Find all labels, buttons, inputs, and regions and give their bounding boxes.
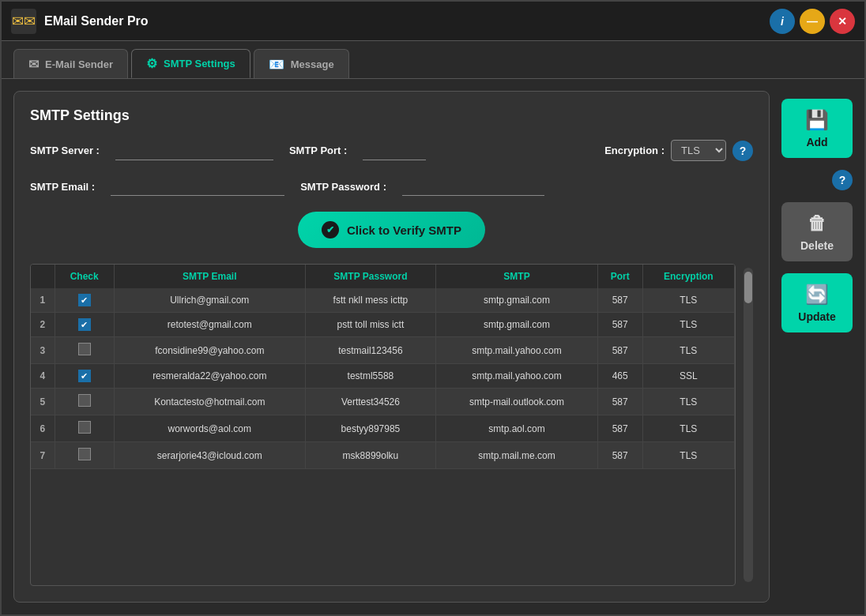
row-email: retotest@gmail.com bbox=[114, 313, 305, 337]
table-row[interactable]: 2 ✔ retotest@gmail.com pstt toll miss ic… bbox=[31, 313, 735, 337]
tab-smtp-settings[interactable]: ⚙ SMTP Settings bbox=[131, 49, 250, 78]
tab-email-sender[interactable]: ✉ E-Mail Sender bbox=[13, 49, 128, 78]
row-smtp: smtp.aol.com bbox=[436, 415, 598, 442]
row-port: 587 bbox=[597, 337, 642, 364]
row-check[interactable] bbox=[55, 415, 114, 442]
row-email: serarjorie43@icloud.com bbox=[114, 442, 305, 469]
col-check: Check bbox=[55, 265, 114, 288]
row-port: 465 bbox=[597, 364, 642, 389]
add-button[interactable]: 💾 Add bbox=[781, 99, 853, 158]
col-port: Port bbox=[597, 265, 642, 288]
tab-smtp-settings-label: SMTP Settings bbox=[164, 58, 235, 69]
encryption-help-button[interactable]: ? bbox=[732, 141, 753, 161]
row-password: fstt nkll mess icttp bbox=[305, 288, 436, 313]
col-encryption: Encryption bbox=[642, 265, 734, 288]
smtp-server-input[interactable] bbox=[115, 141, 273, 160]
update-button[interactable]: 🔄 Update bbox=[781, 273, 853, 332]
checkbox[interactable]: ✔ bbox=[78, 370, 91, 382]
checkbox[interactable]: ✔ bbox=[78, 294, 91, 306]
main-content: SMTP Settings SMTP Server : SMTP Port : … bbox=[2, 79, 864, 614]
delete-button[interactable]: 🗑 Delete bbox=[781, 202, 853, 261]
scrollbar-thumb bbox=[744, 272, 752, 303]
close-button[interactable]: ✕ bbox=[830, 9, 855, 34]
row-email: fconsidine99@yahoo.com bbox=[114, 337, 305, 364]
smtp-port-input[interactable] bbox=[363, 141, 426, 160]
verify-smtp-button[interactable]: Click to Verify SMTP bbox=[298, 212, 485, 248]
row-password: pstt toll miss ictt bbox=[305, 313, 436, 337]
smtp-table: Check SMTP Email SMTP Password SMTP Port… bbox=[31, 265, 735, 469]
col-email: SMTP Email bbox=[114, 265, 305, 288]
smtp-email-label: SMTP Email : bbox=[30, 181, 95, 193]
row-check[interactable]: ✔ bbox=[55, 288, 114, 313]
add-label: Add bbox=[806, 136, 827, 148]
panel-title: SMTP Settings bbox=[30, 107, 753, 124]
app-title: EMail Sender Pro bbox=[44, 14, 770, 28]
verify-btn-container: Click to Verify SMTP bbox=[30, 212, 753, 248]
row-password: testml5588 bbox=[305, 364, 436, 389]
info-button[interactable]: i bbox=[770, 9, 795, 34]
table-row[interactable]: 4 ✔ resmeralda22@yahoo.com testml5588 sm… bbox=[31, 364, 735, 389]
settings-panel: SMTP Settings SMTP Server : SMTP Port : … bbox=[13, 91, 770, 603]
row-check[interactable] bbox=[55, 442, 114, 469]
checkbox[interactable] bbox=[78, 421, 91, 434]
table-row[interactable]: 1 ✔ Ullrich@gmail.com fstt nkll mess ict… bbox=[31, 288, 735, 313]
row-email: Kontactesto@hotmail.com bbox=[114, 389, 305, 415]
encryption-group: Encryption : TLS SSL None ? bbox=[604, 140, 753, 161]
row-check[interactable]: ✔ bbox=[55, 313, 114, 337]
checkbox[interactable] bbox=[78, 343, 91, 355]
smtp-table-container[interactable]: Check SMTP Email SMTP Password SMTP Port… bbox=[30, 264, 736, 586]
smtp-port-label: SMTP Port : bbox=[289, 145, 347, 156]
row-smtp: smtp.mail.yahoo.com bbox=[436, 364, 598, 389]
checkbox[interactable] bbox=[78, 394, 91, 407]
delete-icon: 🗑 bbox=[808, 212, 826, 235]
table-row[interactable]: 3 fconsidine99@yahoo.com testmail123456 … bbox=[31, 337, 735, 364]
row-port: 587 bbox=[597, 442, 642, 469]
col-password: SMTP Password bbox=[305, 265, 436, 288]
row-encryption: SSL bbox=[642, 364, 734, 389]
checkbox[interactable]: ✔ bbox=[78, 318, 91, 331]
row-port: 587 bbox=[597, 415, 642, 442]
checkbox[interactable] bbox=[78, 448, 91, 460]
row-check[interactable] bbox=[55, 389, 114, 415]
row-encryption: TLS bbox=[642, 313, 734, 337]
row-encryption: TLS bbox=[642, 442, 734, 469]
email-sender-tab-icon: ✉ bbox=[28, 57, 39, 72]
encryption-select[interactable]: TLS SSL None bbox=[671, 140, 726, 161]
row-check[interactable]: ✔ bbox=[55, 364, 114, 389]
title-bar: ✉ EMail Sender Pro i — ✕ bbox=[2, 2, 864, 41]
row-num: 4 bbox=[31, 364, 55, 389]
row-email: Ullrich@gmail.com bbox=[114, 288, 305, 313]
smtp-email-input[interactable] bbox=[111, 177, 284, 196]
table-row[interactable]: 7 serarjorie43@icloud.com msk8899olku sm… bbox=[31, 442, 735, 469]
smtp-password-input[interactable] bbox=[402, 177, 544, 196]
minimize-button[interactable]: — bbox=[800, 9, 825, 34]
row-smtp: smtp.gmail.com bbox=[436, 313, 598, 337]
row-encryption: TLS bbox=[642, 337, 734, 364]
sidebar-buttons: 💾 Add ? 🗑 Delete 🔄 Update bbox=[781, 91, 853, 603]
row-password: Verttest34526 bbox=[305, 389, 436, 415]
row-port: 587 bbox=[597, 313, 642, 337]
update-label: Update bbox=[798, 310, 835, 323]
row-num: 5 bbox=[31, 389, 55, 415]
row-port: 587 bbox=[597, 288, 642, 313]
table-help-button[interactable]: ? bbox=[832, 170, 853, 190]
tab-message-label: Message bbox=[291, 58, 334, 70]
row-smtp: smtp-mail.outlook.com bbox=[436, 389, 598, 415]
row-email: resmeralda22@yahoo.com bbox=[114, 364, 305, 389]
table-row[interactable]: 6 worwords@aol.com bestyy897985 smtp.aol… bbox=[31, 415, 735, 442]
row-num: 7 bbox=[31, 442, 55, 469]
tab-message[interactable]: 📧 Message bbox=[254, 49, 349, 78]
form-row-2: SMTP Email : SMTP Password : bbox=[30, 177, 753, 196]
tab-email-sender-label: E-Mail Sender bbox=[45, 58, 113, 70]
row-password: bestyy897985 bbox=[305, 415, 436, 442]
add-icon: 💾 bbox=[805, 109, 829, 131]
row-email: worwords@aol.com bbox=[114, 415, 305, 442]
col-num bbox=[31, 265, 55, 288]
vertical-scrollbar[interactable] bbox=[744, 268, 753, 582]
row-encryption: TLS bbox=[642, 389, 734, 415]
row-password: msk8899olku bbox=[305, 442, 436, 469]
row-smtp: smtp.gmail.com bbox=[436, 288, 598, 313]
row-check[interactable] bbox=[55, 337, 114, 364]
row-num: 6 bbox=[31, 415, 55, 442]
table-row[interactable]: 5 Kontactesto@hotmail.com Verttest34526 … bbox=[31, 389, 735, 415]
